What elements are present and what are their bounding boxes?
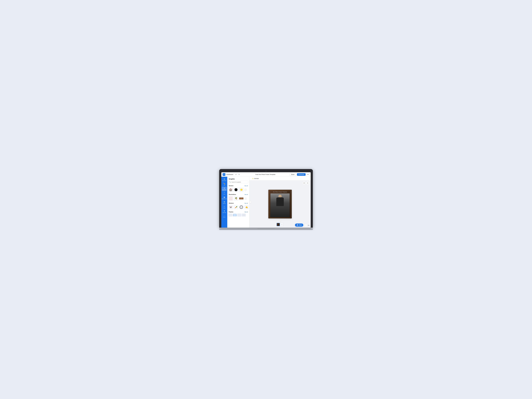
vectors-next-button[interactable]: › bbox=[244, 189, 247, 191]
stickers-see-all[interactable]: See all bbox=[245, 203, 248, 204]
sidebar-nav: ⊞ Templates ✏️ Fill ✦ Graphics T bbox=[221, 177, 227, 228]
animate-label: Animate bbox=[254, 178, 259, 179]
app-container: T Dashboard ↺ ↻ Free Arts Photo Frame Te… bbox=[221, 172, 311, 228]
sidebar-item-uploads[interactable]: ⬆ Uploads bbox=[222, 209, 227, 214]
illustrations-next-button[interactable]: › bbox=[244, 197, 247, 200]
app-logo[interactable]: T bbox=[223, 173, 225, 176]
star-icon: 🌟 bbox=[240, 188, 243, 191]
vector-item-circle[interactable] bbox=[234, 187, 238, 192]
illustration-item-wood[interactable] bbox=[239, 196, 244, 201]
download-button[interactable]: Download bbox=[297, 173, 306, 176]
templates-icon: ⊞ bbox=[224, 178, 225, 180]
sticker-item-finger[interactable]: 🤙 bbox=[244, 205, 249, 209]
camera-notch bbox=[266, 171, 266, 172]
frame-item-dots[interactable] bbox=[242, 214, 246, 216]
search-icon: 🔍 bbox=[229, 181, 231, 183]
scroll-down-icon[interactable]: ∨ bbox=[279, 220, 281, 222]
thumb-preview bbox=[277, 223, 280, 226]
animate-icon: ✨ bbox=[252, 178, 253, 179]
vectors-title: Vectors bbox=[229, 185, 233, 187]
stickers-section-header: Stickers See all bbox=[227, 202, 249, 204]
design-canvas[interactable]: Arts Photo Frame Template bbox=[268, 190, 292, 218]
search-input[interactable] bbox=[231, 181, 247, 183]
illustrations-see-all[interactable]: See all bbox=[245, 194, 248, 195]
illustrations-title: Illustrations bbox=[229, 194, 236, 195]
resize-button[interactable]: ⊞ bbox=[303, 182, 306, 184]
wave-frame bbox=[228, 214, 232, 216]
mouse-icon: 🐭 bbox=[229, 206, 232, 209]
sidebar-item-background[interactable]: ▦ Background bbox=[222, 196, 227, 200]
document-title: Free Arts Photo Frame Template bbox=[241, 174, 290, 175]
sticker-item-mouse[interactable]: 🐭 bbox=[228, 205, 233, 209]
vectors-section-header: Vectors See all bbox=[227, 184, 249, 187]
zoom-fit-label: Fit bbox=[308, 225, 309, 226]
tables-label: Tables bbox=[223, 203, 226, 204]
laptop-screen: T Dashboard ↺ ↻ Free Arts Photo Frame Te… bbox=[221, 172, 311, 228]
sidebar-item-text[interactable]: T Text bbox=[222, 191, 227, 196]
illustration-item-palm[interactable]: 🌴 bbox=[234, 196, 238, 201]
more-icon: ··· bbox=[223, 215, 225, 216]
copy-button[interactable]: ⧉ bbox=[306, 182, 309, 184]
sticker-item-carrot[interactable]: 🥕 bbox=[234, 205, 238, 209]
chat-button[interactable]: 💬 Chat bbox=[295, 223, 303, 227]
person-photo bbox=[271, 193, 290, 217]
zoom-controls: − Fit bbox=[305, 224, 309, 227]
canvas-title-text: Arts Photo Frame Template bbox=[268, 191, 292, 192]
text-label: Text bbox=[223, 194, 225, 195]
illustration-item-dots[interactable] bbox=[228, 196, 233, 201]
screen-bezel: T Dashboard ↺ ↻ Free Arts Photo Frame Te… bbox=[219, 169, 313, 228]
animate-button[interactable]: ✨ Animate bbox=[251, 177, 260, 180]
dashboard-link[interactable]: Dashboard bbox=[226, 174, 233, 175]
frames-title: Frames bbox=[229, 211, 233, 213]
illustrations-section-header: Illustrations See all bbox=[227, 193, 249, 196]
share-button[interactable]: Share bbox=[290, 173, 296, 176]
frames-section-header: Frames See all bbox=[227, 211, 249, 213]
fill-icon: ✏️ bbox=[223, 183, 225, 184]
sticker-item-wheel[interactable] bbox=[239, 205, 244, 209]
add-page-button[interactable]: + bbox=[280, 223, 284, 226]
search-bar[interactable]: 🔍 bbox=[228, 181, 248, 183]
more-options-button[interactable]: ••• bbox=[306, 173, 309, 176]
graphics-panel: Graphic 🔍 Vectors See all 🏰 bbox=[227, 177, 249, 228]
vectors-see-all[interactable]: See all bbox=[245, 185, 248, 186]
zoom-out-button[interactable]: − bbox=[305, 224, 307, 227]
topbar-right-actions: Share Download ••• bbox=[290, 173, 309, 176]
background-label: Background bbox=[222, 198, 227, 200]
carrot-icon: 🥕 bbox=[235, 206, 237, 209]
redo-button[interactable]: ↻ bbox=[238, 173, 241, 176]
text-icon: T bbox=[224, 192, 225, 194]
frame-item-cloud[interactable] bbox=[233, 214, 237, 216]
frame-item-wave[interactable] bbox=[228, 214, 232, 216]
chevron-right-icon: › bbox=[245, 198, 246, 199]
undo-redo-actions: ↺ ↻ bbox=[235, 173, 241, 176]
collapse-panel-button[interactable]: ‹ bbox=[249, 201, 252, 203]
sidebar-item-fill[interactable]: ✏️ Fill bbox=[222, 182, 227, 187]
graphics-icon: ✦ bbox=[224, 187, 225, 189]
background-icon: ▦ bbox=[223, 196, 225, 198]
laptop-base bbox=[219, 228, 313, 230]
sidebar-item-templates[interactable]: ⊞ Templates bbox=[222, 177, 227, 182]
vector-item-star[interactable]: 🌟 bbox=[239, 187, 244, 192]
plus-icon: + bbox=[281, 224, 282, 225]
vector-item-castle[interactable]: 🏰 bbox=[228, 187, 233, 192]
topbar: T Dashboard ↺ ↻ Free Arts Photo Frame Te… bbox=[221, 172, 311, 177]
cloud-frame bbox=[233, 214, 237, 216]
undo-button[interactable]: ↺ bbox=[235, 173, 237, 176]
chat-bubble-icon: 💬 bbox=[297, 224, 298, 226]
canvas-wrapper[interactable]: ⊞ ⧉ Arts Photo Frame Template bbox=[249, 180, 311, 228]
templates-label: Templates bbox=[222, 180, 226, 181]
frame-item-thin-wave[interactable] bbox=[237, 214, 241, 216]
laptop-container: T Dashboard ↺ ↻ Free Arts Photo Frame Te… bbox=[219, 169, 313, 230]
sidebar-item-graphics[interactable]: ✦ Graphics bbox=[222, 187, 227, 191]
sidebar-item-more[interactable]: ··· More bbox=[222, 214, 227, 218]
panel-title: Graphic bbox=[227, 177, 249, 181]
sidebar-item-tables[interactable]: ⊞ Tables bbox=[222, 200, 227, 205]
circle-shape bbox=[234, 188, 237, 191]
thumbnail-1[interactable] bbox=[277, 223, 280, 226]
main-content: ⊞ Templates ✏️ Fill ✦ Graphics T bbox=[221, 177, 311, 228]
chevron-right-icon: › bbox=[245, 189, 246, 190]
frames-see-all[interactable]: See all bbox=[245, 211, 248, 213]
sidebar-item-logo[interactable]: ☺ Logo bbox=[222, 205, 227, 209]
stickers-title: Stickers bbox=[229, 203, 234, 204]
wheel-icon bbox=[240, 206, 243, 209]
